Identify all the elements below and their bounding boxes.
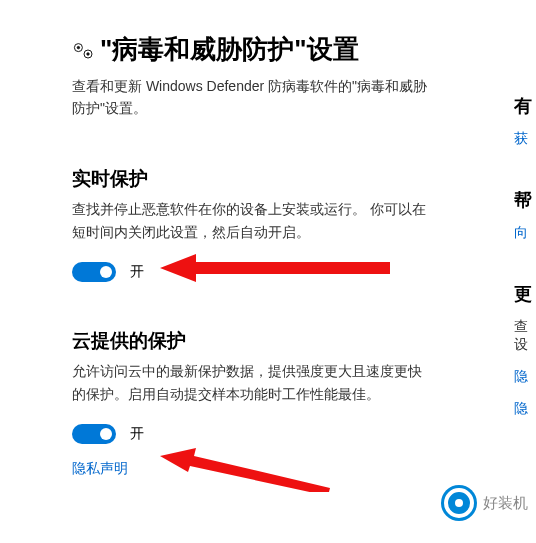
realtime-desc: 查找并停止恶意软件在你的设备上安装或运行。 你可以在短时间内关闭此设置，然后自动… bbox=[72, 198, 432, 244]
watermark-logo-icon bbox=[441, 485, 477, 521]
right-text: 设 bbox=[514, 336, 536, 354]
realtime-title: 实时保护 bbox=[72, 166, 508, 192]
page-description: 查看和更新 Windows Defender 防病毒软件的"病毒和威胁防护"设置… bbox=[72, 75, 432, 120]
right-column: 有 获 帮 向 更 查 设 隐 隐 bbox=[514, 94, 536, 458]
cloud-toggle-label: 开 bbox=[130, 425, 144, 443]
watermark: 好装机 bbox=[441, 485, 528, 521]
right-link[interactable]: 向 bbox=[514, 224, 536, 242]
right-link[interactable]: 获 bbox=[514, 130, 536, 148]
svg-point-3 bbox=[87, 52, 89, 54]
cloud-toggle[interactable] bbox=[72, 424, 116, 444]
svg-point-1 bbox=[77, 46, 79, 48]
watermark-text: 好装机 bbox=[483, 494, 528, 513]
right-link[interactable]: 隐 bbox=[514, 400, 536, 418]
right-heading: 帮 bbox=[514, 188, 536, 212]
right-text: 查 bbox=[514, 318, 536, 336]
page-title: "病毒和威胁防护"设置 bbox=[100, 32, 359, 67]
cloud-title: 云提供的保护 bbox=[72, 328, 508, 354]
section-realtime: 实时保护 查找并停止恶意软件在你的设备上安装或运行。 你可以在短时间内关闭此设置… bbox=[72, 166, 508, 282]
privacy-link[interactable]: 隐私声明 bbox=[72, 460, 128, 478]
section-cloud: 云提供的保护 允许访问云中的最新保护数据，提供强度更大且速度更快的保护。启用自动… bbox=[72, 328, 508, 478]
right-heading: 更 bbox=[514, 282, 536, 306]
realtime-toggle-label: 开 bbox=[130, 263, 144, 281]
right-heading: 有 bbox=[514, 94, 536, 118]
right-link[interactable]: 隐 bbox=[514, 368, 536, 386]
gear-icon bbox=[72, 39, 96, 61]
realtime-toggle[interactable] bbox=[72, 262, 116, 282]
cloud-desc: 允许访问云中的最新保护数据，提供强度更大且速度更快的保护。启用自动提交样本功能时… bbox=[72, 360, 432, 406]
